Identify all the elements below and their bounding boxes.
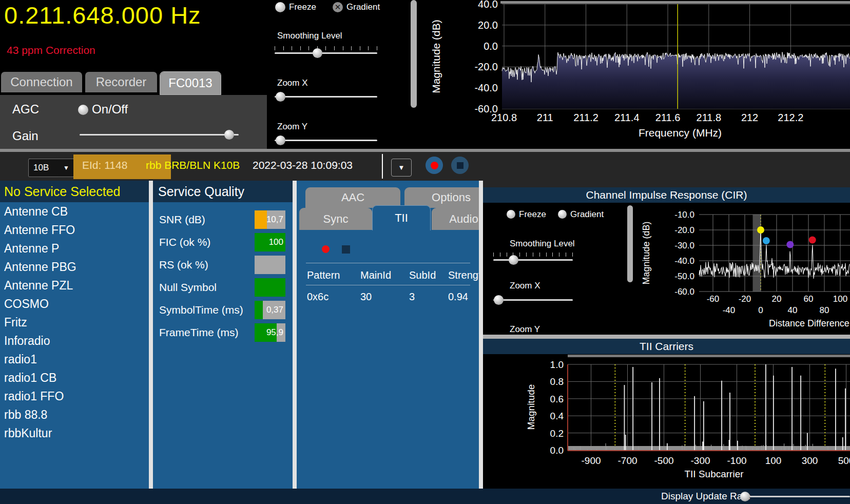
quality-row: Null Symbol <box>153 276 293 299</box>
svg-text:Frequency (MHz): Frequency (MHz) <box>639 127 722 139</box>
quality-progress-fill <box>255 301 263 319</box>
spectrum-freeze-label: Freeze <box>289 2 316 12</box>
detail-tabs-panel: AACOptions SyncTIIAudio PatternMainIdSub… <box>297 181 479 489</box>
detail-tab-sync[interactable]: Sync <box>299 208 372 230</box>
service-item[interactable]: COSMO <box>0 295 149 313</box>
quality-value: 10,7 <box>266 210 283 229</box>
quality-progress-bar: 0,37 <box>255 301 285 319</box>
cir-freeze-radio[interactable] <box>507 210 515 219</box>
detail-tab-tii[interactable]: TII <box>372 205 431 230</box>
quality-label: SymbolTime (ms) <box>153 304 255 316</box>
service-item[interactable]: radio1 CB <box>0 369 149 387</box>
device-tab-fc0013[interactable]: FC0013 <box>160 72 221 94</box>
quality-progress-bar: 10,7 <box>255 210 285 229</box>
slider-handle[interactable] <box>276 135 285 145</box>
service-item[interactable]: Fritz <box>0 313 149 332</box>
smoothing-ticks <box>275 46 377 50</box>
service-item[interactable]: Antenne P <box>0 239 149 258</box>
device-tab-bar: ConnectionRecorderFC0013 <box>1 72 221 95</box>
quality-label: SNR (dB) <box>153 214 255 226</box>
detail-tab-aac[interactable]: AAC <box>305 187 400 208</box>
display-update-rate-label: Display Update Rate <box>661 491 750 502</box>
spectrum-area <box>502 52 850 109</box>
service-item[interactable]: radio1 <box>0 350 149 369</box>
device-tab-connection[interactable]: Connection <box>1 72 82 92</box>
spectrum-gradient-checkbox[interactable]: ✕ <box>333 2 343 12</box>
horizontal-splitter[interactable] <box>483 335 850 339</box>
slider-handle[interactable] <box>313 48 322 58</box>
panel-splitter[interactable] <box>149 181 153 489</box>
expand-dropdown-button[interactable]: ▼ <box>391 159 412 177</box>
slider-handle[interactable] <box>224 130 234 140</box>
smoothing-slider[interactable] <box>275 52 377 54</box>
quality-progress-bar <box>255 256 285 274</box>
svg-text:1.0: 1.0 <box>550 359 564 370</box>
stop-button[interactable] <box>451 157 469 174</box>
svg-text:80: 80 <box>820 305 829 315</box>
cir-title: Channel Impulse Response (CIR) <box>483 187 850 203</box>
panel-splitter[interactable] <box>293 181 297 489</box>
tii-table-cell: 0.94 <box>448 291 468 303</box>
service-item[interactable]: Antenne CB <box>0 202 149 221</box>
gain-slider[interactable] <box>80 134 239 135</box>
svg-text:Magnitude (dB): Magnitude (dB) <box>430 20 442 93</box>
tii-hscrollbar <box>568 355 850 357</box>
divider <box>306 263 470 263</box>
zoomx-slider[interactable] <box>275 96 377 98</box>
svg-text:-30.0: -30.0 <box>674 241 694 250</box>
main-area: No Service Selected Antenne CBAntenne FF… <box>0 181 850 489</box>
tii-col-header: Pattern <box>307 269 340 281</box>
tii-stop-icon[interactable] <box>342 245 350 254</box>
panel-splitter[interactable] <box>479 181 483 489</box>
service-item[interactable]: rbb 88.8 <box>0 405 149 424</box>
right-column: Channel Impulse Response (CIR) Freeze Gr… <box>483 181 850 489</box>
slider-handle[interactable] <box>740 492 750 501</box>
svg-text:-300: -300 <box>690 455 710 466</box>
svg-text:212: 212 <box>741 112 758 123</box>
tii-table-cell: 3 <box>409 291 415 303</box>
service-item[interactable]: Antenne FFO <box>0 221 149 239</box>
quality-progress-bar: 100 <box>255 233 285 251</box>
slider-handle[interactable] <box>509 255 518 265</box>
cir-zoomx-slider[interactable] <box>493 299 573 301</box>
cir-gradient-radio[interactable] <box>558 210 567 219</box>
datetime-label: 2022-03-28 10:09:03 <box>253 159 353 171</box>
device-tab-recorder[interactable]: Recorder <box>85 72 157 92</box>
spectrum-freeze-radio[interactable] <box>275 2 285 12</box>
cir-controls-scrollbar[interactable] <box>627 205 633 282</box>
tii-record-icon[interactable] <box>322 245 330 253</box>
record-button[interactable] <box>426 157 443 174</box>
tii-carriers-chart: 1.00.80.60.40.20.0-900-700-500-300-10010… <box>483 354 850 489</box>
ensemble-label: rbb BRB/BLN K10B <box>146 159 240 171</box>
cir-body: Freeze Gradient Smoothing Level Zoom X Z… <box>483 203 850 335</box>
channel-combo[interactable]: 10B ▼ <box>28 159 74 177</box>
service-item[interactable]: Antenne PBG <box>0 258 149 276</box>
zoomy-slider[interactable] <box>275 140 377 141</box>
svg-text:0.4: 0.4 <box>550 411 564 421</box>
service-item[interactable]: Inforadio <box>0 332 149 350</box>
detail-tab-options[interactable]: Options <box>404 187 479 208</box>
slider-handle[interactable] <box>276 92 285 102</box>
svg-text:20.0: 20.0 <box>478 20 498 31</box>
cir-echo-marker <box>786 241 794 248</box>
quality-value: 100 <box>269 233 283 251</box>
svg-text:-40.0: -40.0 <box>474 82 498 93</box>
svg-text:0.8: 0.8 <box>550 376 564 387</box>
slider-handle[interactable] <box>494 295 504 305</box>
agc-radio[interactable] <box>78 105 88 115</box>
spectrum-controls-scrollbar[interactable] <box>411 0 417 108</box>
record-icon <box>431 162 438 169</box>
svg-text:60: 60 <box>804 294 814 304</box>
cir-smoothing-slider[interactable] <box>493 259 573 261</box>
detail-tab-audio[interactable]: Audio <box>432 208 479 230</box>
zoomy-label: Zoom Y <box>277 122 307 132</box>
cir-echo-marker <box>809 237 816 244</box>
display-update-rate-slider[interactable] <box>740 496 850 497</box>
service-item[interactable]: Antenne PZL <box>0 276 149 295</box>
service-item[interactable]: rbbKultur <box>0 424 149 442</box>
svg-text:211.6: 211.6 <box>655 112 681 123</box>
svg-text:0.6: 0.6 <box>550 394 564 404</box>
service-item[interactable]: radio1 FFO <box>0 387 149 405</box>
svg-text:TII Subcarrier: TII Subcarrier <box>684 469 744 479</box>
cir-zoomx-label: Zoom X <box>510 281 540 291</box>
